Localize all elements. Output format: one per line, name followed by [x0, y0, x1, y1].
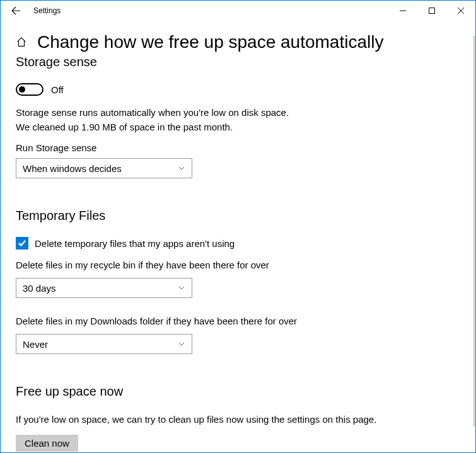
- free-up-space-paragraph: If you're low on space, we can try to cl…: [16, 413, 388, 426]
- temporary-files-heading: Temporary Files: [16, 209, 460, 223]
- run-storage-sense-value: When windows decides: [23, 163, 122, 174]
- chevron-down-icon: [178, 164, 185, 172]
- titlebar: Settings: [1, 1, 475, 21]
- delete-temp-files-label: Delete temporary files that my apps aren…: [35, 238, 235, 249]
- window-controls: [388, 1, 475, 21]
- recycle-bin-value: 30 days: [23, 283, 56, 294]
- window-title: Settings: [26, 6, 61, 15]
- content-area: Change how we free up space automaticall…: [1, 21, 475, 452]
- storage-sense-heading: Storage sense: [16, 55, 460, 69]
- recycle-bin-label: Delete files in my recycle bin if they h…: [16, 258, 460, 272]
- checkmark-icon: [18, 239, 26, 248]
- free-up-space-heading: Free up space now: [16, 384, 460, 399]
- toggle-knob: [19, 86, 25, 93]
- chevron-down-icon: [178, 284, 185, 292]
- close-button[interactable]: [446, 1, 475, 21]
- storage-sense-info-1: Storage sense runs automatically when yo…: [16, 106, 460, 119]
- page-title: Change how we free up space automaticall…: [37, 32, 383, 52]
- storage-sense-toggle-label: Off: [51, 84, 64, 95]
- clean-now-button[interactable]: Clean now: [16, 435, 78, 452]
- home-icon[interactable]: [16, 37, 27, 48]
- minimize-icon: [400, 8, 406, 14]
- close-icon: [458, 8, 464, 14]
- delete-temp-files-row: Delete temporary files that my apps aren…: [16, 237, 460, 249]
- run-storage-sense-dropdown[interactable]: When windows decides: [16, 158, 192, 178]
- chevron-down-icon: [178, 340, 185, 348]
- minimize-button[interactable]: [388, 1, 417, 21]
- downloads-value: Never: [23, 339, 48, 350]
- maximize-button[interactable]: [417, 1, 446, 21]
- storage-sense-info-2: We cleaned up 1.90 MB of space in the pa…: [16, 120, 460, 134]
- recycle-bin-dropdown[interactable]: 30 days: [16, 278, 192, 298]
- storage-sense-toggle-row: Off: [16, 83, 460, 96]
- run-storage-sense-label: Run Storage sense: [16, 142, 460, 153]
- downloads-dropdown[interactable]: Never: [16, 334, 192, 354]
- arrow-left-icon: [11, 6, 21, 16]
- delete-temp-files-checkbox[interactable]: [16, 237, 28, 249]
- downloads-label: Delete files in my Downloads folder if t…: [16, 314, 460, 328]
- page-header: Change how we free up space automaticall…: [16, 32, 460, 52]
- back-button[interactable]: [6, 1, 26, 21]
- svg-rect-0: [429, 8, 435, 14]
- maximize-icon: [429, 8, 435, 14]
- storage-sense-toggle[interactable]: [16, 83, 44, 96]
